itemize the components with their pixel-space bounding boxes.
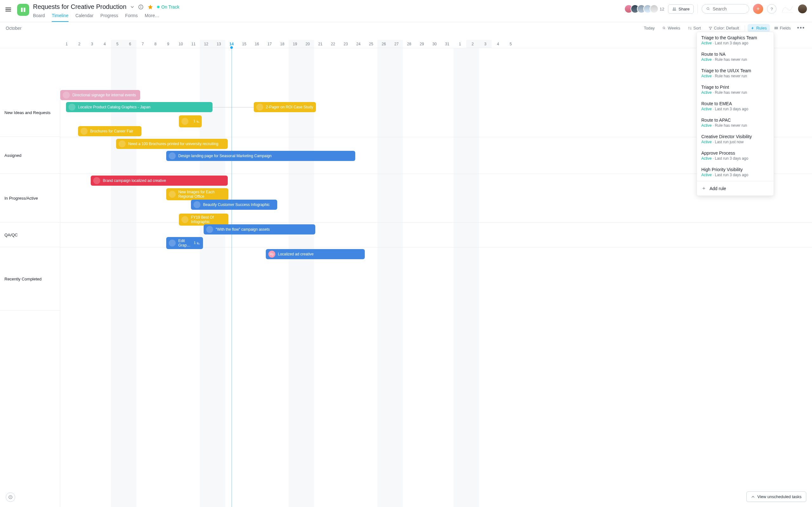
profile-avatar[interactable] [798, 4, 807, 13]
main-menu-button[interactable] [3, 4, 13, 14]
day-cell: 17 [263, 40, 276, 48]
status-dot-icon [157, 6, 159, 8]
privacy-info-button[interactable] [6, 493, 15, 502]
rule-item[interactable]: Triage to the UI/UX TeamActive · Rule ha… [697, 65, 774, 81]
section-label[interactable]: Assigned [4, 153, 21, 158]
rule-meta: Active · Rule has never run [701, 90, 769, 95]
svg-rect-0 [21, 8, 22, 12]
day-cell: 18 [276, 40, 289, 48]
rule-item[interactable]: Route to NAActive · Rule has never run [697, 49, 774, 65]
info-icon[interactable] [138, 4, 144, 10]
dependency-line [212, 107, 254, 107]
task-bar[interactable]: FY19 Best Of Infographic [179, 214, 229, 226]
task-bar[interactable]: "With the flow" campaign assets [204, 224, 315, 234]
task-bar[interactable]: Need a 100 Brochures printed for univers… [116, 139, 228, 149]
star-icon[interactable] [148, 4, 153, 10]
tab-timeline[interactable]: Timeline [52, 13, 68, 22]
quick-add-button[interactable]: + [753, 4, 763, 14]
day-cell: 13 [212, 40, 225, 48]
day-cell: 7 [136, 40, 149, 48]
rule-item[interactable]: Triage to PrintActive · Rule has never r… [697, 81, 774, 98]
member-avatar [650, 4, 658, 13]
day-cell: 3 [479, 40, 492, 48]
task-bar[interactable]: Beautify Customer Success Infographic [191, 200, 277, 210]
fields-button[interactable]: Fields [771, 24, 794, 32]
task-title: Design landing page for Seasonal Marketi… [178, 154, 271, 158]
project-status[interactable]: On Track [157, 4, 180, 9]
task-bar[interactable]: Brochures for Career Fair [78, 126, 142, 136]
rule-item[interactable]: Creative Director VisibilityActive · Las… [697, 131, 774, 147]
svg-point-15 [10, 496, 11, 497]
assignee-avatar [206, 226, 213, 233]
task-bar[interactable]: Localize Product Catalog Graphics - Japa… [66, 102, 212, 112]
task-bar[interactable]: 2-Pager on ROI Case Study [254, 102, 316, 112]
zoom-button[interactable]: Weeks [659, 24, 683, 32]
help-button[interactable]: ? [767, 4, 776, 14]
day-cell: 5 [111, 40, 124, 48]
info-icon [8, 495, 13, 499]
section-label[interactable]: New Ideas and Requests [4, 110, 50, 115]
day-cell: 4 [98, 40, 111, 48]
day-cell: 16 [251, 40, 263, 48]
task-bar[interactable]: RyLocalized ad creative [266, 249, 365, 259]
project-title[interactable]: Requests for Creative Production [33, 3, 126, 10]
color-button[interactable]: Color: Default [705, 24, 742, 32]
search-input[interactable] [702, 4, 749, 14]
share-button[interactable]: Share [668, 4, 694, 14]
task-bar[interactable]: Brand campaign localized ad creative [91, 176, 228, 186]
day-cell: 15 [238, 40, 251, 48]
tab-board[interactable]: Board [33, 13, 45, 22]
task-bar[interactable]: Directional signage for internal events [60, 90, 140, 100]
rule-meta: Active · Last run 3 days ago [701, 107, 769, 111]
day-cell: 22 [327, 40, 339, 48]
rule-name: Triage to the UI/UX Team [701, 68, 769, 73]
search-field[interactable] [713, 6, 745, 11]
assignee-initials: Ry [268, 250, 275, 258]
section-label[interactable]: Recently Completed [4, 276, 42, 281]
task-title: Brand campaign localized ad creative [103, 178, 166, 183]
rule-item[interactable]: Approve ProcessActive · Last run 3 days … [697, 147, 774, 164]
sort-button[interactable]: Sort [685, 24, 704, 32]
today-button[interactable]: Today [641, 24, 658, 32]
rule-item[interactable]: Triage to the Graphics TeamActive · Last… [697, 32, 774, 49]
zoom-icon [662, 26, 666, 30]
day-cell: 11 [187, 40, 200, 48]
rule-item[interactable]: High Priority VisibilityActive · Last ru… [697, 164, 774, 180]
task-bar[interactable]: B fo1 [179, 115, 202, 127]
day-cell: 31 [441, 40, 454, 48]
unscheduled-label: View unscheduled tasks [757, 494, 802, 499]
rules-button[interactable]: Rules [748, 24, 770, 32]
rule-name: Route to EMEA [701, 101, 769, 106]
add-rule-button[interactable]: ＋ Add rule [697, 181, 774, 195]
section-label[interactable]: QA/QC [4, 232, 18, 237]
rule-item[interactable]: Route to APACActive · Rule has never run [697, 114, 774, 131]
task-title: FY19 Best Of Infographic [191, 215, 226, 224]
day-cell: 30 [428, 40, 441, 48]
rule-item[interactable]: Route to EMEAActive · Last run 3 days ag… [697, 98, 774, 114]
subtask-indicator: 1 [194, 241, 200, 245]
share-label: Share [678, 7, 690, 11]
tab-calendar[interactable]: Calendar [75, 13, 94, 22]
assignee-avatar [68, 104, 75, 111]
chevron-down-icon[interactable] [131, 5, 134, 9]
people-icon [672, 7, 676, 11]
project-icon[interactable] [17, 4, 29, 16]
project-members[interactable]: 12 [624, 4, 664, 13]
tab-forms[interactable]: Forms [125, 13, 138, 22]
rule-meta: Active · Rule has never run [701, 123, 769, 128]
rules-dropdown[interactable]: Triage to the Graphics TeamActive · Last… [697, 32, 774, 196]
day-cell: 21 [314, 40, 327, 48]
tab-progress[interactable]: Progress [101, 13, 118, 22]
rule-name: High Priority Visibility [701, 167, 769, 172]
unscheduled-button[interactable]: View unscheduled tasks [746, 492, 806, 502]
day-cell: 12 [200, 40, 212, 48]
assignee-avatar [182, 118, 189, 125]
task-bar[interactable]: Design landing page for Seasonal Marketi… [166, 151, 355, 161]
day-cell: 3 [86, 40, 98, 48]
rule-name: Creative Director Visibility [701, 134, 769, 139]
section-label[interactable]: In Progress/Active [4, 195, 38, 200]
tab-more[interactable]: More… [145, 13, 159, 22]
task-bar[interactable]: Edit Graph…1 [166, 237, 203, 249]
more-options-button[interactable]: ••• [795, 25, 807, 32]
task-bar[interactable]: New Images for Each Regional Office [166, 188, 229, 200]
